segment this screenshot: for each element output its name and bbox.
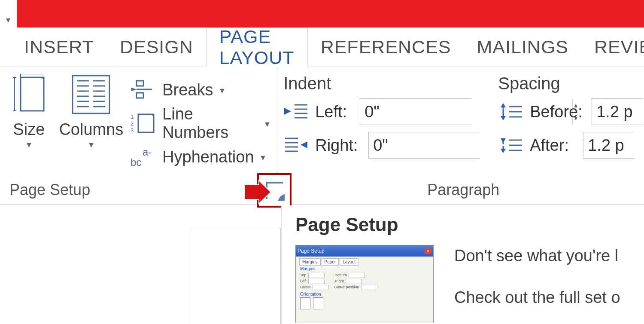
dialog-tab: Layout	[340, 258, 358, 266]
line-numbers-label: Line Numbers	[162, 105, 258, 142]
indent-right-label: Right:	[315, 136, 362, 155]
tab-mailings[interactable]: MAILINGS	[464, 28, 582, 67]
svg-text:3: 3	[131, 127, 134, 134]
ribbon: Size ▼ Columns ▼ Breaks ▼	[0, 67, 644, 205]
close-icon: ×	[425, 248, 431, 254]
svg-rect-19	[137, 81, 143, 86]
chevron-down-icon: ▼	[259, 153, 267, 162]
tab-references[interactable]: REFERENCES	[308, 28, 464, 67]
svg-marker-43	[501, 103, 506, 107]
tab-label: DESIGN	[120, 37, 193, 58]
line-numbers-icon: 123	[131, 113, 157, 134]
dialog-section: Orientation	[296, 291, 433, 297]
tooltip-dialog-thumbnail: Page Setup× Margins Paper Layout Margins…	[295, 245, 434, 323]
chevron-down-icon: ▼	[87, 141, 95, 150]
spacing-after-icon	[498, 136, 524, 155]
group-page-setup: Size ▼ Columns ▼ Breaks ▼	[0, 67, 277, 204]
svg-text:2: 2	[131, 120, 134, 127]
group-paragraph: Indent Left: ▲▼ Right:	[277, 67, 644, 204]
svg-rect-0	[21, 77, 44, 111]
svg-text:bc: bc	[131, 156, 141, 168]
breaks-icon	[131, 79, 157, 101]
breaks-label: Breaks	[162, 81, 213, 99]
svg-text:a-: a-	[143, 146, 152, 158]
breaks-button[interactable]: Breaks ▼	[131, 75, 271, 105]
tab-review[interactable]: REVIE	[581, 28, 644, 67]
tab-label: PAGE LAYOUT	[219, 26, 295, 68]
hyphenation-button[interactable]: a-bc Hyphenation ▼	[131, 142, 271, 172]
svg-marker-38	[301, 141, 307, 148]
callout-arrow-icon	[243, 180, 273, 205]
ribbon-tabs: INSERT DESIGN PAGE LAYOUT REFERENCES MAI…	[0, 28, 644, 67]
tooltip-title: Page Setup	[295, 214, 644, 235]
chevron-down-icon: ▼	[263, 120, 271, 129]
qat-customize-icon[interactable]: ▾	[6, 15, 10, 25]
svg-marker-33	[284, 108, 291, 115]
group-paragraph-label: Paragraph	[427, 181, 499, 199]
dialog-tab: Paper	[322, 258, 339, 266]
size-button[interactable]: Size ▼	[6, 72, 52, 177]
dialog-title: Page Setup	[298, 248, 325, 254]
hyphenation-icon: a-bc	[131, 146, 157, 168]
line-numbers-button[interactable]: 123 Line Numbers ▼	[131, 108, 271, 138]
hyphenation-label: Hyphenation	[162, 148, 254, 166]
indent-left-icon	[283, 102, 309, 121]
dialog-section: Margins	[296, 266, 433, 272]
tab-label: INSERT	[24, 37, 94, 58]
indent-left-input[interactable]: ▲▼	[360, 98, 471, 125]
spacing-heading: Spacing	[498, 74, 643, 93]
size-icon	[11, 74, 46, 117]
svg-marker-22	[131, 88, 137, 91]
indent-right-input[interactable]: ▲▼	[368, 132, 480, 159]
tab-label: REFERENCES	[321, 37, 451, 58]
title-bar-banner	[16, 0, 644, 28]
document-page-preview	[190, 228, 281, 324]
spacing-after-label: After:	[530, 136, 577, 155]
indent-right-icon	[283, 136, 309, 155]
group-page-setup-label: Page Setup	[9, 181, 90, 199]
tab-design[interactable]: DESIGN	[107, 28, 206, 67]
columns-button[interactable]: Columns ▼	[52, 72, 131, 177]
indent-heading: Indent	[283, 74, 481, 93]
tab-page-layout[interactable]: PAGE LAYOUT	[206, 28, 308, 67]
spacing-before-label: Before:	[530, 103, 586, 121]
spacing-before-icon	[498, 102, 524, 121]
svg-text:1: 1	[131, 113, 134, 120]
columns-icon	[72, 74, 110, 117]
svg-rect-20	[137, 93, 143, 98]
tab-insert[interactable]: INSERT	[11, 28, 107, 67]
svg-marker-44	[501, 116, 506, 120]
page-setup-tooltip: Page Setup Page Setup× Margins Paper Lay…	[281, 205, 644, 324]
spacing-after-input[interactable]	[583, 132, 635, 159]
dialog-tab: Margins	[299, 258, 321, 266]
spacing-before-value[interactable]	[592, 99, 644, 125]
spacing-after-value[interactable]	[583, 132, 644, 158]
spacing-before-input[interactable]	[592, 98, 643, 125]
tab-label: MAILINGS	[477, 37, 569, 58]
size-label: Size	[13, 120, 45, 139]
chevron-down-icon: ▼	[218, 86, 226, 95]
tab-label: REVIE	[594, 37, 644, 58]
svg-rect-26	[138, 114, 154, 132]
columns-label: Columns	[59, 120, 123, 139]
indent-left-label: Left:	[315, 103, 354, 121]
chevron-down-icon: ▼	[25, 141, 33, 150]
